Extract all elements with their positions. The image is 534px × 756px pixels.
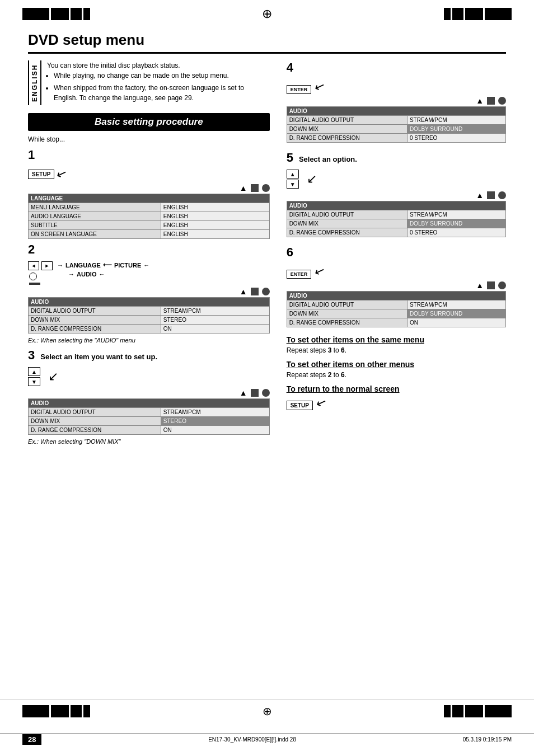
page-title: DVD setup menu	[28, 31, 506, 49]
arrow-left-pic: ←	[143, 262, 149, 269]
bottom-decoration-bar: ⊕	[0, 699, 534, 722]
language-row-1: AUDIO LANGUAGE ENGLISH	[29, 212, 270, 221]
language-row-0: MENU LANGUAGE ENGLISH	[29, 203, 270, 212]
bar-block-3	[71, 8, 82, 20]
step1-curved-arrow: ↙	[54, 166, 69, 183]
step4-header: 4	[287, 60, 506, 77]
audio-menu-step6-wrapper: ▲ AUDIO DIGITAL AUDIO OUTPUT STREAM/PCM	[287, 281, 506, 327]
two-column-layout: ENGLISH You can store the initial disc p…	[28, 60, 506, 449]
audio-menu-step5-table: AUDIO DIGITAL AUDIO OUTPUT STREAM/PCM DO…	[287, 201, 506, 237]
audio6-value-2: ON	[407, 318, 505, 327]
audio4-label-2: D. RANGE COMPRESSION	[287, 134, 407, 143]
audio-menu-step2-wrapper: ▲ AUDIO DIGITAL AUDIO OUTPUT STREAM/PCM …	[28, 287, 270, 334]
audio6-icon-square	[487, 281, 495, 289]
right-bar-group	[444, 8, 512, 20]
step4-curved-arrow: ↙	[312, 78, 327, 96]
lang-value-3: ENGLISH	[161, 230, 269, 239]
audio-menu5-header: AUDIO	[287, 201, 505, 210]
top-decoration-bar: ⊕	[0, 0, 534, 26]
return-setup-btn: SETUP	[287, 401, 313, 410]
audio-row: → AUDIO ←	[57, 271, 149, 278]
audio-menu4-header: AUDIO	[287, 107, 505, 116]
step3-curved-arrow: ↙	[48, 369, 58, 384]
audio6-row-2: D. RANGE COMPRESSION ON	[287, 318, 505, 327]
step1-setup-illustration: SETUP ↙	[28, 167, 270, 181]
left-arrow-box[interactable]: ◄	[28, 261, 39, 270]
language-menu-table-wrapper: ▲ LANGUAGE MENU LANGUAGE ENGLISH AUDIO L…	[28, 184, 270, 239]
intro-bullet-list: While playing, no change can be made on …	[54, 71, 270, 103]
right-column: 4 ENTER ↙ ▲ AUDIO	[287, 60, 506, 449]
audio4-value-1: DOLBY SURROUND	[407, 125, 505, 134]
audio5-icon-circle	[498, 191, 506, 199]
audio3-label-2: D. RANGE COMPRESSION	[29, 426, 161, 435]
bottom-crosshair: ⊕	[101, 705, 433, 718]
audio6-label-1: DOWN MIX	[287, 309, 407, 318]
setup-button-label: SETUP	[28, 170, 54, 179]
step2-header: 2	[28, 242, 270, 259]
lang-label-2: SUBTITLE	[29, 221, 161, 230]
audio-menu6-header-cell: AUDIO	[287, 292, 505, 300]
step5-down-arrow[interactable]: ▼	[287, 180, 299, 189]
picture-label: PICTURE	[114, 262, 141, 269]
audio-menu-step3-wrapper: ▲ AUDIO DIGITAL AUDIO OUTPUT STREAM/PCM …	[28, 388, 270, 435]
btm-bar-6	[452, 705, 463, 717]
language-label: LANGUAGE	[65, 262, 101, 269]
audio-icon-triangle: ▲	[240, 287, 247, 296]
audio-menu3-header-cell: AUDIO	[29, 399, 270, 408]
lang-label-3: ON SCREEN LANGUAGE	[29, 230, 161, 239]
audio4-value-2: 0 STEREO	[407, 134, 505, 143]
step6-number: 6	[287, 245, 293, 260]
audio2-row-2: D. RANGE COMPRESSION ON	[29, 325, 270, 334]
audio4-row-0: DIGITAL AUDIO OUTPUT STREAM/PCM	[287, 116, 505, 125]
lang-picture-row: → LANGUAGE ⟵ PICTURE ←	[57, 261, 149, 269]
return-normal-heading: To return to the normal screen	[287, 384, 506, 393]
step2-circle-icon	[29, 273, 37, 280]
step3-up-arrow[interactable]: ▲	[28, 367, 40, 376]
step1-number: 1	[28, 148, 35, 162]
step5-up-arrow[interactable]: ▲	[287, 170, 299, 179]
bar-block-4	[83, 8, 90, 20]
audio-menu-step4-wrapper: ▲ AUDIO DIGITAL AUDIO OUTPUT STREAM/PCM	[287, 96, 506, 143]
step3-down-arrow[interactable]: ▼	[28, 377, 40, 386]
bar-block-2	[51, 8, 69, 20]
lang-value-0: ENGLISH	[161, 203, 269, 212]
audio5-label-1: DOWN MIX	[287, 219, 407, 228]
audio5-icon-triangle: ▲	[476, 191, 484, 200]
audio-menu2-icons: ▲	[28, 287, 270, 296]
step5-ud-arrows: ▲ ▼	[287, 170, 299, 189]
audio4-label-1: DOWN MIX	[287, 125, 407, 134]
return-setup-illustration: SETUP ↙	[287, 396, 506, 410]
audio-menu3-header: AUDIO	[29, 399, 270, 408]
btm-bar-7	[465, 705, 483, 717]
audio4-icon-circle	[498, 97, 506, 105]
footer-file-info: EN17-30_KV-MRD900[E][!].indd 28	[208, 736, 296, 743]
intro-text-block: You can store the initial disc playback …	[47, 60, 270, 105]
main-content: DVD setup menu ENGLISH You can store the…	[0, 26, 534, 461]
bar-block-5	[444, 8, 451, 20]
btm-bar-3	[71, 705, 82, 717]
audio-menu2-header-cell: AUDIO	[29, 298, 270, 307]
left-bar-group	[22, 8, 90, 20]
audio5-label-0: DIGITAL AUDIO OUTPUT	[287, 210, 407, 219]
step1-header: 1	[28, 148, 270, 165]
audio2-value-0: STREAM/PCM	[161, 307, 269, 316]
btm-bar-5	[444, 705, 451, 717]
step6-area: 6 ENTER ↙ ▲ AUDIO	[287, 245, 506, 327]
audio3-row-2: D. RANGE COMPRESSION ON	[29, 426, 270, 435]
right-arrow-box[interactable]: ►	[41, 261, 53, 270]
step3-ud-arrows: ▲ ▼	[28, 367, 40, 386]
audio3-icon-triangle: ▲	[240, 388, 247, 397]
language-row-2: SUBTITLE ENGLISH	[29, 221, 270, 230]
step5-updown-area: ▲ ▼ ↙	[287, 170, 506, 189]
audio4-label-0: DIGITAL AUDIO OUTPUT	[287, 116, 407, 125]
while-stop-label: While stop...	[28, 135, 270, 143]
audio-menu-step5-wrapper: ▲ AUDIO DIGITAL AUDIO OUTPUT STREAM/PCM	[287, 191, 506, 237]
menu-icon-circle2	[262, 184, 270, 192]
bottom-right-bars	[444, 705, 512, 717]
same-menu-num1: 3	[328, 346, 332, 354]
btm-bar-1	[22, 705, 49, 717]
intro-main-text: You can store the initial disc playback …	[47, 60, 270, 71]
step5-number: 5	[287, 151, 293, 165]
btm-bar-4	[83, 705, 90, 717]
menu-icon-triangle: ▲	[240, 184, 247, 192]
